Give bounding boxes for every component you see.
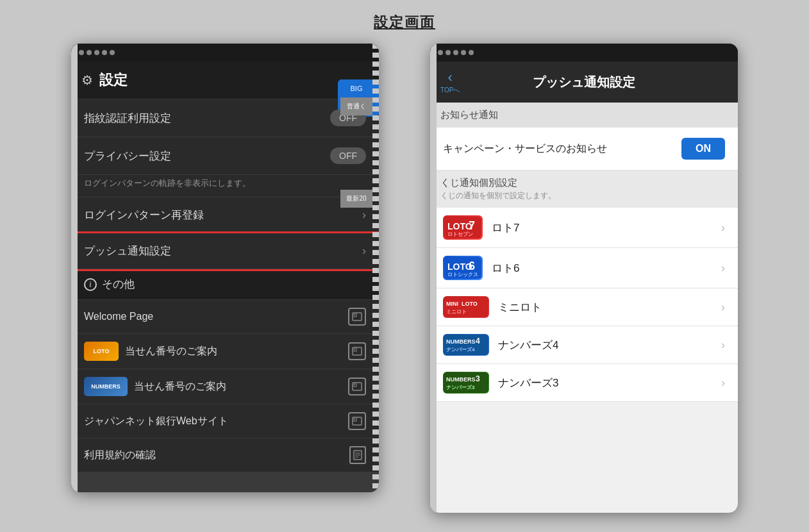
terms-label: 利用規約の確認 [84, 449, 156, 462]
dot2 [87, 50, 92, 55]
left-phone: ⚙ 設定 ✕ 閉じる BIG 普通く 最新20 指紋認証利用設定 OFF プライ… [71, 44, 379, 492]
miniloto-item[interactable]: MINI LOTO ミニロト ミニロト › [430, 288, 738, 326]
numbers4-label: ナンバーズ4 [498, 338, 558, 353]
privacy-sub: ログインパターンの軌跡を非表示にします。 [71, 175, 379, 197]
numbers4-item[interactable]: NUMBERS 4 ナンバーズ4 ナンバーズ4 › [430, 326, 738, 364]
dot3 [94, 50, 99, 55]
rdot2 [446, 50, 451, 55]
loto-winning-left: LOTO 当せん番号のご案内 [84, 342, 217, 361]
numbers4-logo: NUMBERS 4 ナンバーズ4 [443, 334, 489, 356]
reregister-label: ログインパターン再登録 [84, 208, 362, 222]
push-notification-item[interactable]: プッシュ通知設定 › [71, 233, 379, 269]
dot1 [79, 50, 84, 55]
svg-text:ロトセブン: ロトセブン [447, 231, 473, 237]
jnb-label: ジャパンネット銀行Webサイト [84, 415, 228, 428]
loto6-chevron: › [721, 262, 725, 275]
loto7-logo: LOTO 7 ロトセブン [443, 215, 483, 240]
miniloto-logo: MINI LOTO ミニロト [443, 296, 489, 318]
numbers3-item[interactable]: NUMBERS 3 ナンバーズ3 ナンバーズ3 › [430, 364, 738, 402]
reregister-item[interactable]: ログインパターン再登録 › [71, 197, 379, 233]
other-section-label: その他 [102, 277, 135, 292]
numbers4-chevron: › [721, 338, 725, 352]
fingerprint-item[interactable]: 指紋認証利用設定 OFF [71, 99, 379, 137]
settings-header: ⚙ 設定 ✕ 閉じる [71, 62, 379, 99]
loto6-left: LOTO 6 ロトシックス ロト6 [443, 256, 519, 280]
welcome-page-left: Welcome Page [84, 311, 153, 322]
gear-icon: ⚙ [81, 72, 93, 88]
status-bar-right [430, 44, 738, 62]
privacy-label: プライバシー設定 [84, 149, 330, 163]
rdot5 [469, 50, 474, 55]
loto-winning-item[interactable]: LOTO 当せん番号のご案内 [71, 334, 379, 369]
other-section-header: i その他 [71, 269, 379, 300]
fingerprint-label: 指紋認証利用設定 [84, 111, 330, 126]
loto6-label: ロト6 [492, 261, 519, 276]
campaign-on-button[interactable]: ON [681, 138, 725, 160]
jnb-item[interactable]: ジャパンネット銀行Webサイト [71, 404, 379, 438]
push-section1-header: お知らせ通知 [430, 103, 738, 128]
gray-strip: 普通く [340, 97, 372, 115]
loto-logo: LOTO [84, 342, 119, 361]
svg-text:LOTO: LOTO [462, 301, 478, 307]
svg-text:ナンバーズ4: ナンバーズ4 [446, 347, 475, 353]
numbers-winning-item[interactable]: NUMBERS 当せん番号のご案内 [71, 369, 379, 404]
loto7-label: ロト7 [492, 220, 519, 235]
campaign-item[interactable]: キャンペーン・サービスのお知らせ ON [430, 128, 738, 170]
rdot1 [438, 50, 443, 55]
svg-text:ロトシックス: ロトシックス [447, 272, 478, 278]
phones-container: ⚙ 設定 ✕ 閉じる BIG 普通く 最新20 指紋認証利用設定 OFF プライ… [0, 44, 809, 513]
numbers3-label: ナンバーズ3 [498, 376, 558, 390]
numbers3-logo: NUMBERS 3 ナンバーズ3 [443, 372, 489, 394]
dot5 [110, 50, 115, 55]
svg-rect-3 [354, 349, 356, 351]
back-label: TOPへ [440, 86, 460, 95]
terms-icon [349, 446, 366, 464]
terms-item[interactable]: 利用規約の確認 [71, 438, 379, 472]
push-content: お知らせ通知 キャンペーン・サービスのお知らせ ON くじ通知個別設定 くじの通… [430, 103, 738, 513]
numbers-winning-left: NUMBERS 当せん番号のご案内 [84, 377, 226, 396]
rdot3 [453, 50, 458, 55]
status-dots-right [438, 50, 474, 55]
status-dots-left [79, 50, 115, 55]
settings-title-area: ⚙ 設定 [81, 71, 128, 90]
loto7-item[interactable]: LOTO 7 ロトセブン ロト7 › [430, 208, 738, 248]
welcome-page-label: Welcome Page [84, 311, 153, 322]
svg-text:ナンバーズ3: ナンバーズ3 [446, 385, 475, 390]
loto6-logo: LOTO 6 ロトシックス [443, 256, 483, 280]
numbers3-chevron: › [721, 376, 725, 390]
right-phone: ‹ TOPへ プッシュ通知設定 お知らせ通知 キャンペーン・サービスのお知らせ … [430, 44, 738, 513]
miniloto-label: ミニロト [498, 300, 542, 315]
svg-rect-7 [354, 419, 356, 421]
campaign-label: キャンペーン・サービスのお知らせ [443, 142, 607, 156]
miniloto-left: MINI LOTO ミニロト ミニロト [443, 296, 542, 318]
jnb-icon [348, 412, 366, 430]
loto-winning-label: 当せん番号のご案内 [125, 345, 217, 358]
miniloto-chevron: › [721, 301, 725, 314]
welcome-page-icon [348, 308, 366, 326]
svg-rect-5 [354, 384, 356, 387]
settings-header-title: 設定 [99, 71, 128, 90]
privacy-toggle[interactable]: OFF [330, 147, 366, 164]
svg-text:ミニロト: ミニロト [446, 309, 467, 315]
privacy-item[interactable]: プライバシー設定 OFF [71, 137, 379, 175]
loto-winning-icon [348, 342, 366, 360]
loto7-left: LOTO 7 ロトセブン ロト7 [443, 215, 519, 240]
svg-text:7: 7 [469, 219, 475, 232]
svg-text:6: 6 [469, 260, 475, 272]
push-section2-title: くじ通知個別設定 [440, 177, 728, 189]
push-notification-chevron: › [362, 244, 366, 258]
svg-text:NUMBERS: NUMBERS [446, 338, 476, 345]
welcome-page-item[interactable]: Welcome Page [71, 300, 379, 334]
loto6-item[interactable]: LOTO 6 ロトシックス ロト6 › [430, 248, 738, 288]
push-notification-label: プッシュ通知設定 [84, 244, 362, 258]
push-header-title: プッシュ通知設定 [466, 74, 728, 91]
terms-left: 利用規約の確認 [84, 449, 156, 462]
back-button[interactable]: ‹ TOPへ [440, 69, 460, 95]
push-header: ‹ TOPへ プッシュ通知設定 [430, 62, 738, 103]
numbers-winning-label: 当せん番号のご案内 [134, 380, 226, 394]
jnb-left: ジャパンネット銀行Webサイト [84, 415, 228, 428]
svg-text:MINI: MINI [446, 301, 458, 307]
gray-strip2: 最新20 [340, 190, 372, 208]
settings-list: 指紋認証利用設定 OFF プライバシー設定 OFF ログインパターンの軌跡を非表… [71, 99, 379, 472]
svg-text:4: 4 [476, 337, 480, 345]
